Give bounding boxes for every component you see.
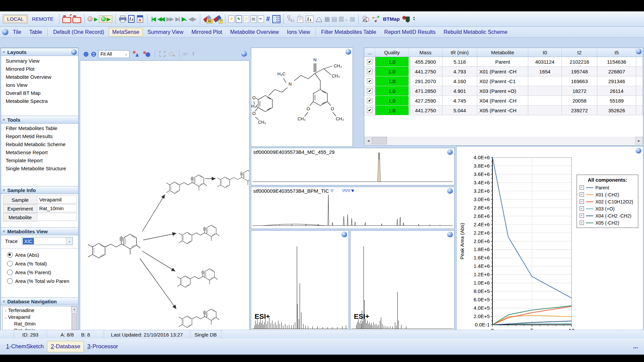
search-query-icon[interactable]: ? xyxy=(213,15,222,23)
tool-template-report[interactable]: Template Report xyxy=(1,157,78,165)
col-quality[interactable]: Quality xyxy=(375,48,409,57)
row-checkbox[interactable]: ✔ xyxy=(367,69,372,74)
menu-item-metabolite-overview[interactable]: Metabolite Overview xyxy=(226,28,282,37)
table-row[interactable]: ✔ 1.0 455.2900 5.118 Parent 4031124 2102… xyxy=(364,57,643,67)
parent-structure-panel[interactable]: NCH₃CH₃H₃CNOH₃COCH₃OCH₃OCH₃ xyxy=(251,48,353,147)
tool-metasense-report[interactable]: MetaSense Report xyxy=(1,148,78,157)
legend-checkbox[interactable]: ✓ xyxy=(580,185,584,190)
chromatogram-tic-panel[interactable]: stf000009E4035573B4_BPM_TIC xyxy=(251,187,454,229)
export-pdf-icon[interactable]: A xyxy=(137,15,144,23)
legend-checkbox[interactable]: ✓ xyxy=(580,214,584,218)
tree-item-rat-0min[interactable]: Rat_0min xyxy=(3,320,77,327)
next-records-icon[interactable]: ▶▶ xyxy=(166,16,173,22)
menu-item-rebuild-metabolic-scheme[interactable]: Rebuild Metabolic Scheme xyxy=(440,28,511,37)
zoom-in-icon[interactable]: ⊕ xyxy=(83,50,89,58)
legend-item-x03[interactable]: ✓X03 (+O) xyxy=(580,205,635,212)
legend-checkbox[interactable]: ✓ xyxy=(580,206,584,211)
search-all-icon[interactable]: All xyxy=(203,15,212,23)
trace-select[interactable]: XIC ⌄ xyxy=(22,237,73,245)
experiment-value[interactable]: Rat_10min xyxy=(37,204,77,212)
menu-item-summary-view[interactable]: Summary View xyxy=(144,28,187,37)
col-mass[interactable]: Mass xyxy=(409,48,442,57)
mass-spectrum-right-plot[interactable]: 200400600800m/z xyxy=(351,231,454,340)
acd-sphere-icon[interactable] xyxy=(71,49,77,55)
mass-spectrum-right-panel[interactable]: ESI+ 200400600800m/z xyxy=(350,230,454,341)
legend-item-x04[interactable]: ✓X04 (-CH2 -CH2) xyxy=(580,212,635,219)
sample-value[interactable]: Verapamil xyxy=(37,195,77,203)
tab-overflow[interactable]: ... xyxy=(633,343,638,350)
sidebar-item-metabolite-overview[interactable]: Metabolite Overview xyxy=(1,73,78,81)
legend-checkbox[interactable]: ✓ xyxy=(580,199,584,204)
menu-item-ions-view[interactable]: Ions View xyxy=(283,28,314,37)
row-checkbox[interactable]: ✔ xyxy=(367,59,372,64)
table-hscrollbar[interactable]: ◀ ▶ xyxy=(365,137,643,144)
table-dense-icon[interactable]: ▤ xyxy=(331,16,337,22)
goto-record-icon[interactable]: ▶.. xyxy=(181,16,186,22)
scroll-right-icon[interactable]: ▶ xyxy=(635,137,643,144)
tree-item-terfenadine[interactable]: ›Terfenadine xyxy=(3,307,77,314)
row-checkbox[interactable]: ✔ xyxy=(367,88,372,94)
menu-item-tile[interactable]: Tile xyxy=(9,28,25,37)
timecourse-chart-panel[interactable]: 4.0E+63.8E+63.6E+63.4E+63.2E+63.0E+62.8E… xyxy=(456,146,643,341)
tool-rebuild-metabolic-scheme[interactable]: Rebuild Metabolic Scheme xyxy=(1,140,78,148)
mass-spectrum-left-plot[interactable]: 200400600800m/z xyxy=(251,231,348,340)
prev-records-icon[interactable]: ◀◀ xyxy=(157,16,165,22)
sidebar-item-metabolite-spectra[interactable]: Metabolite Spectra xyxy=(1,97,78,105)
new-database-icon[interactable] xyxy=(72,17,81,23)
tab-chemsketch[interactable]: 1-ChemSketch xyxy=(3,341,47,352)
table-row[interactable]: ✔ 1.0 441.2750 5.044 X05 (Parent -CH 239… xyxy=(364,106,643,115)
tool-report-metid-results[interactable]: Report Metid Results xyxy=(1,132,78,140)
legend-item-x05[interactable]: ✓X05 (-CH2) xyxy=(580,219,635,226)
menu-item-table[interactable]: Table xyxy=(25,28,46,37)
tool-filter-metabolites-table[interactable]: Filter Metabolites Table xyxy=(1,124,78,132)
menu-item-metasense[interactable]: MetaSense xyxy=(109,28,143,37)
menu-item-default-one-record[interactable]: Default (One Record) xyxy=(49,28,108,37)
sidebar-item-summary-view[interactable]: Summary View xyxy=(1,57,78,65)
row-checkbox[interactable]: ✔ xyxy=(367,108,372,113)
zoom-out-icon[interactable]: ⊖ xyxy=(91,50,97,58)
chromatogram-mc-panel[interactable]: stf000009E4035573B4_MC_455_29 xyxy=(251,148,454,185)
record-inactive-button[interactable]: ▶ xyxy=(88,16,98,22)
grid-icon[interactable]: ▩ xyxy=(350,16,355,22)
table-export-icon[interactable]: ▥→ xyxy=(338,15,348,23)
row-checkbox[interactable]: ✔ xyxy=(367,78,372,84)
metabolic-scheme-canvas[interactable] xyxy=(80,61,249,340)
spectrum-icon[interactable] xyxy=(306,15,314,23)
table-view-icon[interactable]: ▦ xyxy=(324,16,330,22)
expander-expanded-icon[interactable]: ⌄ xyxy=(3,314,8,321)
toolbar-overflow-icon[interactable]: ▾ xyxy=(413,17,415,21)
mass-spectrum-left-panel[interactable]: ESI+ 200400600800m/z xyxy=(251,230,349,341)
metasense-logo-icon[interactable] xyxy=(402,15,411,23)
edit-record-icon[interactable]: ✎ xyxy=(236,15,242,23)
metabolite-value[interactable] xyxy=(37,213,77,221)
report-spectrum-icon[interactable] xyxy=(128,15,136,23)
tree-item-verapamil[interactable]: ⌄Verapamil xyxy=(3,314,77,320)
curve-icon[interactable] xyxy=(315,15,323,23)
acd-sphere-icon[interactable] xyxy=(636,148,641,154)
menu-item-mirrored-plot[interactable]: Mirrored Plot xyxy=(188,28,226,37)
table-row[interactable]: ✔ 1.0 471.2850 4.901 X03 (Parent +O) 182… xyxy=(364,86,643,96)
first-record-icon[interactable]: |◀ xyxy=(151,16,156,22)
tool-single-metabolite-structure[interactable]: Single Metabolite Structure xyxy=(1,165,78,173)
legend-item-x01[interactable]: ✓X01 (-CH2) xyxy=(580,191,635,198)
scheme-toolbar-overflow-icon[interactable]: ▾ xyxy=(193,52,194,56)
acd-sphere-icon[interactable] xyxy=(2,29,8,35)
sidebar-item-overall-bt-map[interactable]: Overall BT Map xyxy=(1,89,78,97)
col-t5[interactable]: t5 xyxy=(597,48,636,57)
acd-sphere-icon[interactable] xyxy=(447,188,453,194)
sidebar-item-mirrored-plot[interactable]: Mirrored Plot xyxy=(1,65,78,73)
copy-record-icon[interactable]: ▤ xyxy=(251,15,257,23)
zoom-mode-select[interactable]: Fit All⌄ xyxy=(99,50,129,58)
expander-collapsed-icon[interactable]: › xyxy=(3,307,8,314)
legend-item-x02[interactable]: ✓X02 (-C10H12O2) xyxy=(580,198,635,205)
open-database-icon[interactable] xyxy=(62,17,71,23)
radio-area-pct-total-wo-parent[interactable]: Area (% Total w/o Paren xyxy=(7,278,69,284)
scroll-thumb[interactable] xyxy=(372,137,387,144)
scroll-up-icon[interactable]: ▲ xyxy=(71,306,77,312)
acd-sphere-icon[interactable] xyxy=(447,232,453,237)
table-row[interactable]: ✔ 1.0 291.2070 4.160 X02 (Parent -C1 169… xyxy=(364,76,643,86)
database-navigation-header[interactable]: »Database Navigation xyxy=(1,297,78,305)
acd-sphere-icon[interactable] xyxy=(241,51,247,57)
metabolic-scheme-panel[interactable] xyxy=(80,60,250,341)
marker-pen-icon[interactable]: ✎ xyxy=(258,15,264,23)
